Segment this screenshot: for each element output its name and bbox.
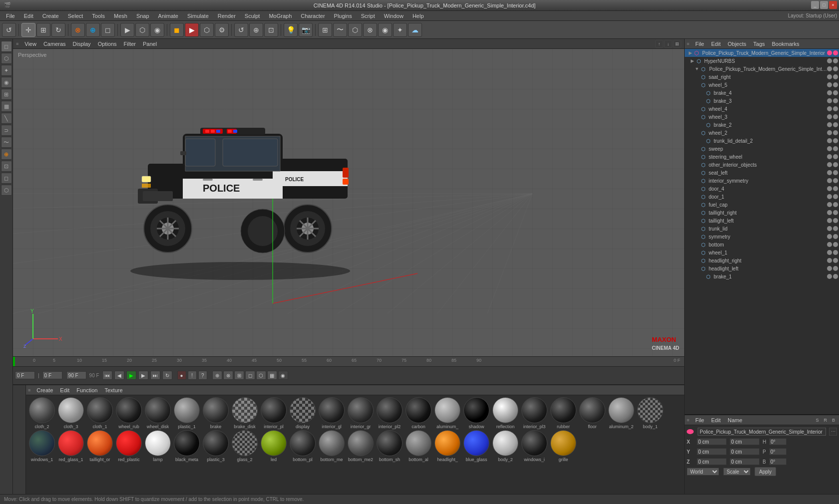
scale-tool[interactable]: ⊞ xyxy=(36,23,50,37)
mat-item-cloth_1[interactable]: cloth_1 xyxy=(86,397,114,429)
tree-headlight_left[interactable]: ⬡headlight_left xyxy=(685,264,839,272)
lt-13[interactable]: ⬡ xyxy=(1,185,12,196)
menu-edit[interactable]: Edit xyxy=(20,12,37,20)
menu-window[interactable]: Window xyxy=(380,12,408,20)
t3[interactable]: ⊞ xyxy=(234,371,244,380)
lt-7[interactable]: ╲ xyxy=(1,113,12,124)
menu-animate[interactable]: Animate xyxy=(154,12,182,20)
lt-2[interactable]: ⬡ xyxy=(1,53,12,64)
mat-item-bottom_al[interactable]: bottom_al xyxy=(405,430,432,462)
vp-icon-1[interactable]: ↑ xyxy=(655,40,663,48)
tree-trunk_lid[interactable]: ⬡trunk_lid xyxy=(685,225,839,233)
viewport-canvas[interactable]: Perspective xyxy=(13,49,684,356)
attr-x-pos2[interactable] xyxy=(730,438,760,445)
frame-display[interactable] xyxy=(42,371,62,379)
menu-tools[interactable]: Tools xyxy=(88,12,109,20)
tree-wheel_4[interactable]: ⬡wheel_4 xyxy=(685,105,839,113)
minimize-button[interactable]: _ xyxy=(811,1,819,9)
mat-item-brake_disk[interactable]: brake_disk xyxy=(231,397,259,429)
obj-bookmarks[interactable]: Bookmarks xyxy=(769,40,803,47)
obj-edit[interactable]: Edit xyxy=(708,40,724,47)
tree-steering_wheel[interactable]: ⬡steering_wheel xyxy=(685,153,839,161)
cam-move[interactable]: ↺ xyxy=(234,23,248,37)
tree-brake_1[interactable]: ⬡brake_1 xyxy=(685,272,839,280)
tree-truck[interactable]: ▼⬡Police_Pickup_Truck_Modern_Generic_Sim… xyxy=(685,65,839,73)
attr-x-pos[interactable] xyxy=(697,438,727,445)
select-live[interactable]: ⊕ xyxy=(86,23,100,37)
lt-8[interactable]: ⊃ xyxy=(1,125,12,136)
mat-item-body_1[interactable]: body_1 xyxy=(636,397,664,429)
mat-create[interactable]: Create xyxy=(33,387,56,394)
select-rect[interactable]: ◻ xyxy=(101,23,115,37)
mat-item-reflection[interactable]: reflection xyxy=(491,397,519,429)
attr-name-tab[interactable]: Name xyxy=(725,417,745,424)
mat-item-aluminum_[interactable]: aluminum_ xyxy=(433,397,461,429)
obj-objects[interactable]: Objects xyxy=(725,40,749,47)
mat-item-interior_gl[interactable]: interior_gl xyxy=(318,397,346,429)
vp-menu-display[interactable]: Display xyxy=(70,40,94,47)
tree-symmetry[interactable]: ⬡symmetry xyxy=(685,233,839,241)
current-frame-input[interactable] xyxy=(15,371,35,379)
vp-menu-filter[interactable]: Filter xyxy=(121,40,139,47)
mat-item-bottom_sh[interactable]: bottom_sh xyxy=(376,430,404,462)
obj-tags[interactable]: Tags xyxy=(750,40,768,47)
hair-btn[interactable]: ☁ xyxy=(408,23,422,37)
menu-mesh[interactable]: Mesh xyxy=(110,12,131,20)
lt-10[interactable]: ⊕ xyxy=(1,149,12,160)
tree-hypernurbs[interactable]: ▶⬡HyperNURBS xyxy=(685,57,839,65)
mat-item-windows_1[interactable]: windows_1 xyxy=(28,430,56,462)
lt-12[interactable]: ◻ xyxy=(1,173,12,184)
mat-item-glass_2[interactable]: glass_2 xyxy=(231,430,259,462)
tree-door_4[interactable]: ⬡door_4 xyxy=(685,185,839,193)
mat-item-red_plastic[interactable]: red_plastic xyxy=(115,430,143,462)
mat-item-red_glass_1[interactable]: red_glass_1 xyxy=(57,430,85,462)
tree-brake_2[interactable]: ⬡brake_2 xyxy=(685,121,839,129)
goto-start[interactable]: ⏮ xyxy=(102,371,112,380)
mat-item-floor[interactable]: floor xyxy=(578,397,606,429)
attr-h-val[interactable] xyxy=(769,438,787,445)
attr-edit[interactable]: Edit xyxy=(708,417,724,424)
vp-menu-cameras[interactable]: Cameras xyxy=(40,40,69,47)
tree-root[interactable]: ▶⬡Police_Pickup_Truck_Modern_Generic_Sim… xyxy=(685,49,839,57)
lt-6[interactable]: ▦ xyxy=(1,101,12,112)
attr-z-pos2[interactable] xyxy=(730,458,760,465)
vp-menu-panel[interactable]: Panel xyxy=(140,40,160,47)
mat-item-windows_i[interactable]: windows_i xyxy=(520,430,548,462)
apply-button[interactable]: Apply xyxy=(755,467,776,476)
loop-btn[interactable]: ↻ xyxy=(162,371,172,380)
obj-btn[interactable]: ⊞ xyxy=(318,23,332,37)
mat-item-shadow[interactable]: shadow xyxy=(462,397,490,429)
tree-wheel_3[interactable]: ⬡wheel_3 xyxy=(685,113,839,121)
vp-icon-3[interactable]: ⊞ xyxy=(673,40,681,48)
mat-item-carbon[interactable]: carbon xyxy=(405,397,432,429)
menu-create[interactable]: Create xyxy=(38,12,63,20)
cam-zoom[interactable]: ⊡ xyxy=(264,23,278,37)
menu-sculpt[interactable]: Sculpt xyxy=(241,12,264,20)
cam-btn[interactable]: 📷 xyxy=(299,23,313,37)
tree-sweep[interactable]: ⬡sweep xyxy=(685,145,839,153)
spline-btn[interactable]: 〜 xyxy=(333,23,347,37)
tree-wheel_2[interactable]: ⬡wheel_2 xyxy=(685,129,839,137)
mat-item-cloth_2[interactable]: cloth_2 xyxy=(28,397,56,429)
render-view[interactable]: ◼ xyxy=(170,23,184,37)
tree-seat_left[interactable]: ⬡seat_left xyxy=(685,169,839,177)
attr-y-pos[interactable] xyxy=(697,448,727,455)
attr-name-input[interactable] xyxy=(698,428,826,436)
mat-edit[interactable]: Edit xyxy=(57,387,72,394)
render-btn[interactable]: ▶ xyxy=(185,23,199,37)
lt-1[interactable]: ◻ xyxy=(1,41,12,52)
tree-other_interior_objects[interactable]: ⬡other_interior_objects xyxy=(685,161,839,169)
tree-trunk_lid_detail_2[interactable]: ⬡trunk_lid_detail_2 xyxy=(685,137,839,145)
mat-item-interior_pl3[interactable]: interior_pl3 xyxy=(520,397,548,429)
mat-item-plastic_3[interactable]: plastic_3 xyxy=(202,430,230,462)
attr-z-pos[interactable] xyxy=(697,458,727,465)
mat-item-display[interactable]: display xyxy=(289,397,317,429)
maximize-button[interactable]: □ xyxy=(820,1,828,9)
mat-texture[interactable]: Texture xyxy=(101,387,125,394)
play-btn[interactable]: ▶ xyxy=(126,371,136,380)
settings-btn[interactable]: ⚙ xyxy=(215,23,229,37)
poly-model[interactable]: ▶ xyxy=(120,23,134,37)
tree-brake_4[interactable]: ⬡brake_4 xyxy=(685,89,839,97)
attr-y-pos2[interactable] xyxy=(730,448,760,455)
nurbs-btn[interactable]: ⬡ xyxy=(348,23,362,37)
